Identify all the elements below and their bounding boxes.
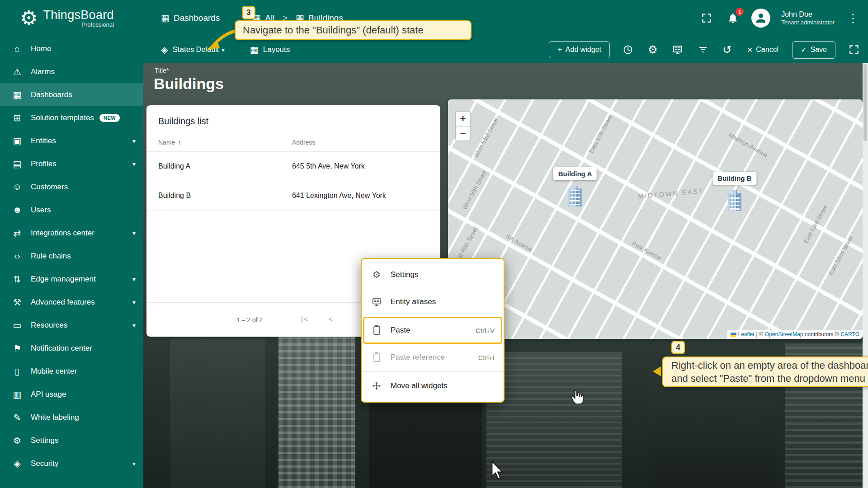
settings-icon: ⚙ [11, 435, 24, 446]
street-label: Park Avenue [631, 240, 663, 262]
sort-asc-icon: ↑ [178, 139, 181, 146]
vertical-scrollbar[interactable] [863, 63, 868, 488]
kebab-icon: ⋮ [847, 11, 859, 25]
sidebar-item-alarms[interactable]: ⚠ Alarms [0, 60, 143, 83]
layouts-icon: ▦ [250, 44, 259, 55]
sidebar-item-users[interactable]: ☻ Users [0, 198, 143, 221]
header-fullscreen-button[interactable] [699, 10, 714, 26]
breadcrumb-dashboards[interactable]: ▦ Dashboards [161, 13, 220, 23]
table-header: Name ↑ Address [146, 133, 440, 152]
sidebar-item-advanced-features[interactable]: ⚒ Advanced features ▾ [0, 291, 143, 314]
notification-count-badge: 1 [736, 8, 744, 16]
sidebar-item-notification-center[interactable]: ⚑ Notification center [0, 337, 143, 360]
sidebar-item-white-labeling[interactable]: ✎ White labeling [0, 406, 143, 429]
layouts-button[interactable]: ▦ Layouts [250, 44, 290, 55]
entities-icon: ▣ [11, 136, 24, 146]
zoom-out-button[interactable]: − [456, 126, 470, 141]
cancel-label: Cancel [756, 46, 778, 54]
sidebar-item-customers[interactable]: ☺ Customers [0, 175, 143, 198]
header-menu-button[interactable]: ⋮ [845, 9, 861, 27]
ukraine-flag-icon [731, 333, 736, 337]
sidebar-item-solution-templates[interactable]: ⊞ Solution templates NEW [0, 106, 143, 129]
page-title[interactable]: Buildings [154, 75, 224, 93]
notification-center-icon: ⚑ [11, 343, 24, 354]
gear-icon: ⚙ [371, 269, 382, 280]
sidebar-item-profiles[interactable]: ▤ Profiles ▾ [0, 152, 143, 175]
users-icon: ☻ [11, 205, 24, 215]
clipboard-icon [373, 353, 380, 362]
entity-aliases-toolbar-button[interactable] [670, 42, 685, 57]
context-menu-item-paste[interactable]: Paste Ctrl+V [363, 317, 502, 344]
chevron-down-icon: ▾ [132, 299, 136, 306]
street-label: East 57th Street [587, 114, 613, 154]
district-label: MIDTOWN EAST [638, 187, 704, 201]
dashboard-toolbar: ◈ States Default ▾ ▦ Layouts + Add widge… [143, 36, 868, 63]
sidebar-item-security[interactable]: ◈ Security ▾ [0, 452, 143, 475]
callout-pointer [653, 366, 661, 376]
solution-templates-icon: ⊞ [11, 113, 24, 123]
time-window-button[interactable] [621, 42, 635, 57]
filter-button[interactable] [696, 42, 710, 57]
context-menu-item-entity-aliases[interactable]: Entity aliases [362, 288, 504, 315]
context-menu-item-settings[interactable]: ⚙ Settings [362, 261, 504, 288]
dashboard-settings-button[interactable]: ⚙ [646, 42, 660, 57]
sidebar-item-mobile-center[interactable]: ▯ Mobile center [0, 360, 143, 383]
chevron-down-icon: ▾ [132, 160, 136, 168]
table-row[interactable]: Building B 641 Lexington Ave, New York [146, 181, 440, 211]
monitor-list-icon [672, 44, 683, 55]
sidebar-item-integrations-center[interactable]: ⇄ Integrations center ▾ [0, 221, 143, 244]
scrollbar-thumb[interactable] [863, 64, 867, 141]
shortcut-label: Ctrl+V [476, 327, 495, 334]
openstreetmap-link[interactable]: OpenStreetMap [765, 331, 803, 338]
states-icon: ◈ [161, 44, 168, 55]
alarm-icon: ⚠ [11, 66, 24, 77]
logo-gear-icon: ⚙ [20, 8, 38, 28]
carto-link[interactable]: CARTO [840, 331, 859, 338]
add-widget-button[interactable]: + Add widget [549, 41, 610, 58]
context-menu-item-move-all-widgets[interactable]: Move all widgets [362, 372, 504, 399]
sidebar-item-entities[interactable]: ▣ Entities ▾ [0, 129, 143, 152]
resources-icon: ▭ [11, 320, 24, 331]
sidebar-item-api-usage[interactable]: ▥ API usage [0, 383, 143, 406]
cell-building-address: 645 5th Ave, New York [292, 162, 429, 170]
save-button[interactable]: ✓ Save [792, 41, 835, 59]
save-label: Save [811, 46, 827, 54]
table-row[interactable]: Building A 645 5th Ave, New York [146, 152, 440, 181]
sidebar-item-settings[interactable]: ⚙ Settings [0, 429, 143, 452]
version-history-button[interactable]: ↺ [721, 42, 734, 57]
sidebar-item-resources[interactable]: ▭ Resources ▾ [0, 314, 143, 337]
first-page-button[interactable]: |< [297, 315, 310, 324]
widget-title: Buildings list [146, 105, 440, 133]
cell-building-name: Building A [158, 162, 292, 170]
cancel-button[interactable]: × Cancel [745, 44, 782, 56]
toolbar-fullscreen-button[interactable] [846, 42, 862, 57]
previous-page-button[interactable]: < [326, 315, 335, 324]
chevron-down-icon: ▾ [132, 230, 136, 237]
map-marker-building-b[interactable]: Building B [713, 172, 757, 211]
map-widget[interactable]: West 53rd Street East 57th Street Madiso… [448, 99, 863, 339]
zoom-in-button[interactable]: + [456, 112, 470, 126]
avatar[interactable] [751, 9, 770, 28]
rule-chains-icon: ‹› [11, 251, 24, 261]
building-icon [568, 186, 582, 206]
column-header-name[interactable]: Name ↑ [158, 139, 292, 146]
chevron-down-icon: ▾ [132, 137, 136, 145]
street-label: West 50th Street [461, 169, 488, 211]
street-label: East 53rd Street [802, 204, 829, 244]
sidebar-item-home[interactable]: ⌂ Home [0, 37, 143, 60]
customers-icon: ☺ [11, 182, 24, 192]
user-name: John Doe [781, 10, 835, 19]
leaflet-link[interactable]: Leaflet [738, 331, 755, 338]
sidebar-item-rule-chains[interactable]: ‹› Rule chains [0, 244, 143, 267]
sidebar-item-dashboards[interactable]: ▦ Dashboards [0, 83, 143, 106]
dashboard-canvas[interactable]: Title* Buildings Buildings list Name ↑ A… [143, 63, 868, 488]
new-badge: NEW [99, 114, 120, 122]
api-usage-icon: ▥ [11, 389, 24, 400]
states-button[interactable]: ◈ States [161, 44, 194, 55]
sidebar-item-edge-management[interactable]: ⇅ Edge management ▾ [0, 267, 143, 291]
street-label: Madison Avenue [727, 131, 769, 159]
map-marker-building-a[interactable]: Building A [553, 167, 597, 206]
column-header-address[interactable]: Address [292, 139, 429, 146]
app-logo[interactable]: ⚙ ThingsBoard Professional [0, 8, 143, 28]
map-canvas[interactable]: West 53rd Street East 57th Street Madiso… [448, 99, 863, 339]
